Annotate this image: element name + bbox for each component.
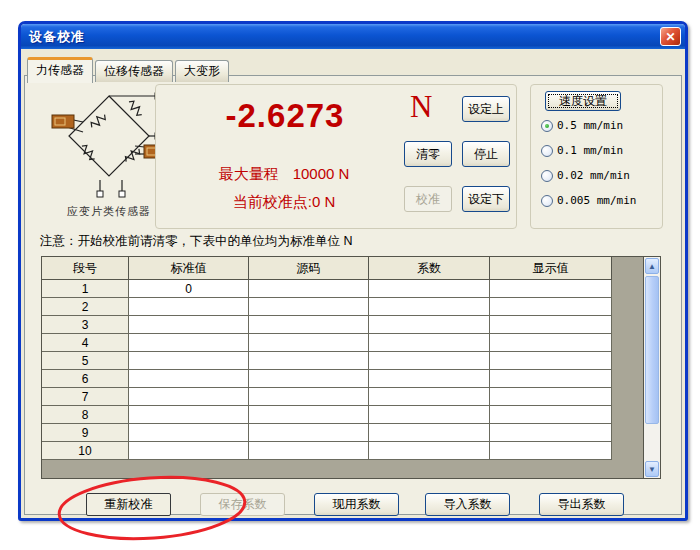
table-cell[interactable]	[129, 370, 249, 388]
table-cell[interactable]	[249, 316, 369, 334]
radio-icon	[541, 145, 553, 157]
table-cell[interactable]	[369, 334, 490, 352]
table-cell[interactable]	[369, 370, 490, 388]
table-cell[interactable]	[129, 352, 249, 370]
table-cell[interactable]	[490, 352, 612, 370]
table-cell[interactable]	[369, 352, 490, 370]
current-coefficients-button[interactable]: 现用系数	[314, 493, 399, 516]
table-cell[interactable]: 0	[129, 280, 249, 298]
table-cell[interactable]	[249, 280, 369, 298]
table-row: 10	[42, 280, 660, 298]
set-upper-button[interactable]: 设定上	[462, 96, 510, 122]
table-cell[interactable]	[249, 370, 369, 388]
max-range-label: 最大量程	[219, 165, 279, 182]
table-cell[interactable]	[490, 316, 612, 334]
speed-settings-button[interactable]: 速度设置	[545, 91, 621, 111]
table-cell[interactable]	[129, 316, 249, 334]
force-value: -2.6273	[172, 97, 398, 135]
table-cell[interactable]	[129, 334, 249, 352]
sensor-illustration: 应变片类传感器	[47, 88, 171, 219]
segment-number-cell: 5	[42, 352, 129, 370]
strain-gauge-bridge-icon	[50, 88, 168, 198]
stop-button[interactable]: 停止	[462, 141, 510, 167]
table-cell[interactable]	[129, 406, 249, 424]
segment-number-cell: 2	[42, 298, 129, 316]
table-cell[interactable]	[490, 334, 612, 352]
table-cell[interactable]	[249, 352, 369, 370]
table-row: 6	[42, 370, 660, 388]
zero-button[interactable]: 清零	[404, 141, 452, 167]
segment-number-cell: 6	[42, 370, 129, 388]
table-row: 3	[42, 316, 660, 334]
table-cell[interactable]	[369, 406, 490, 424]
segment-number-cell: 1	[42, 280, 129, 298]
radio-icon	[541, 170, 553, 182]
sensor-caption: 应变片类传感器	[47, 204, 171, 219]
export-coefficients-button[interactable]: 导出系数	[539, 493, 624, 516]
speed-radio-list: 0.5 mm/min 0.1 mm/min 0.02 mm/min 0	[541, 119, 636, 207]
table-header-row: 段号 标准值 源码 系数 显示值	[42, 257, 660, 280]
speed-option-0.5[interactable]: 0.5 mm/min	[541, 119, 636, 132]
segment-number-cell: 7	[42, 388, 129, 406]
cal-point-label: 当前校准点:	[233, 193, 312, 210]
speed-option-0.02[interactable]: 0.02 mm/min	[541, 169, 636, 182]
table-cell[interactable]	[249, 334, 369, 352]
segment-number-cell: 9	[42, 424, 129, 442]
table-row: 10	[42, 442, 660, 460]
segment-number-cell: 3	[42, 316, 129, 334]
segment-number-cell: 8	[42, 406, 129, 424]
segment-number-cell: 4	[42, 334, 129, 352]
table-scrollbar[interactable]: ▲ ▼	[643, 257, 660, 478]
speed-option-0.005[interactable]: 0.005 mm/min	[541, 194, 636, 207]
table-cell[interactable]	[369, 442, 490, 460]
table-cell[interactable]	[369, 388, 490, 406]
table-cell[interactable]	[129, 424, 249, 442]
scroll-up-icon[interactable]: ▲	[645, 258, 659, 274]
table-cell[interactable]	[490, 406, 612, 424]
table-cell[interactable]	[249, 442, 369, 460]
tab-large-deformation[interactable]: 大变形	[175, 60, 229, 82]
scroll-down-icon[interactable]: ▼	[645, 461, 659, 477]
calibration-table: 段号 标准值 源码 系数 显示值 102345678910 ▲ ▼	[41, 256, 661, 479]
max-range-line: 最大量程10000 N	[156, 165, 412, 184]
close-icon: ✕	[665, 30, 675, 44]
table-cell[interactable]	[129, 298, 249, 316]
close-button[interactable]: ✕	[660, 27, 681, 46]
table-cell[interactable]	[490, 298, 612, 316]
calibration-note: 注意：开始校准前请清零，下表中的单位均为标准单位 N	[40, 233, 353, 250]
table-cell[interactable]	[490, 442, 612, 460]
scrollbar-thumb[interactable]	[645, 276, 659, 424]
table-cell[interactable]	[249, 424, 369, 442]
table-cell[interactable]	[129, 442, 249, 460]
table-cell[interactable]	[369, 316, 490, 334]
import-coefficients-button[interactable]: 导入系数	[425, 493, 510, 516]
table-cell[interactable]	[249, 298, 369, 316]
table-cell[interactable]	[369, 298, 490, 316]
table-cell[interactable]	[490, 388, 612, 406]
table-cell[interactable]	[369, 280, 490, 298]
table-cell[interactable]	[490, 370, 612, 388]
speed-option-0.1[interactable]: 0.1 mm/min	[541, 144, 636, 157]
table-row: 2	[42, 298, 660, 316]
table-cell[interactable]	[249, 406, 369, 424]
table-cell[interactable]	[369, 424, 490, 442]
tab-force-sensor[interactable]: 力传感器	[27, 57, 93, 83]
tab-displacement-sensor[interactable]: 位移传感器	[95, 60, 173, 82]
speed-settings-group: 速度设置 0.5 mm/min 0.1 mm/min	[530, 84, 663, 229]
table-cell[interactable]	[249, 388, 369, 406]
table-cell[interactable]	[129, 388, 249, 406]
tab-strip: 力传感器 位移传感器 大变形	[27, 57, 231, 82]
table-row: 4	[42, 334, 660, 352]
force-sensor-panel: 应变片类传感器 -2.6273 N 最大量程10000 N 当前校准点:0 N …	[24, 75, 682, 515]
speed-settings-label: 速度设置	[546, 92, 620, 110]
table-cell[interactable]	[490, 424, 612, 442]
recalibrate-button[interactable]: 重新校准	[86, 493, 171, 516]
titlebar[interactable]: 设备校准 ✕	[21, 24, 685, 49]
set-lower-button[interactable]: 设定下	[462, 186, 510, 212]
radio-icon	[541, 120, 553, 132]
force-display-group: -2.6273 N 最大量程10000 N 当前校准点:0 N 设定上 清零 停…	[155, 84, 517, 229]
segment-number-cell: 10	[42, 442, 129, 460]
col-coef: 系数	[369, 257, 490, 280]
col-source: 源码	[249, 257, 369, 280]
table-cell[interactable]	[490, 280, 612, 298]
